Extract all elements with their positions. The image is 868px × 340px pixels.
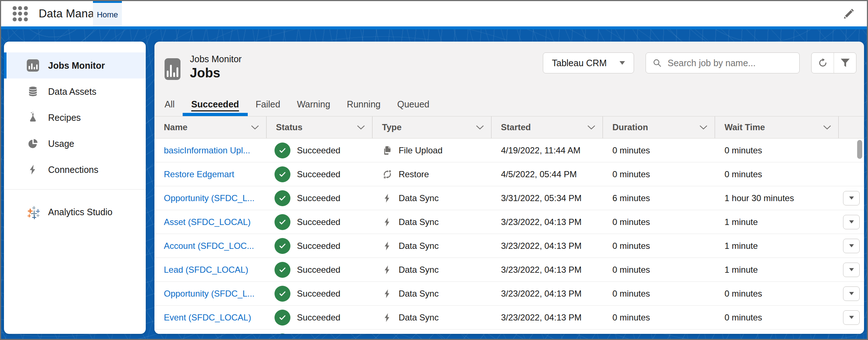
row-actions-button[interactable] [843,191,860,205]
sidebar-item-jobs-monitor[interactable]: Jobs Monitor [4,52,146,78]
column-header-started[interactable]: Started [492,116,603,138]
tab-queued[interactable]: Queued [397,92,429,116]
column-label: Started [501,122,531,132]
check-icon [278,242,287,250]
lightning-icon [26,163,39,176]
triangle-down-icon [849,220,854,224]
sidebar-item-connections[interactable]: Connections [4,157,146,183]
status-success-badge [275,262,290,278]
column-label: Duration [612,122,648,132]
table-row [154,330,864,334]
triangle-down-icon [849,244,854,247]
cell-actions [839,330,864,334]
filter-icon [840,58,850,68]
column-header-type[interactable]: Type [373,116,492,138]
cell-status: Succeeded [267,282,373,305]
job-name-link[interactable]: Opportunity (SFDC_L... [164,289,255,299]
type-label: File Upload [399,145,442,156]
cell-status: Succeeded [267,210,373,234]
column-header-wait-time[interactable]: Wait Time [715,116,839,138]
type-label: Data Sync [399,241,439,251]
tab-failed[interactable]: Failed [256,92,280,116]
cell-type: Data Sync [373,186,492,210]
job-name-link[interactable]: Lead (SFDC_LOCAL) [164,265,248,275]
table-row: basicInformation Upl...SucceededFile Upl… [154,139,864,162]
cell-duration: 0 minutes [603,306,715,329]
page-eyebrow: Jobs Monitor [190,54,242,64]
app-launcher-icon[interactable] [12,5,29,22]
cell-wait-time [715,330,839,334]
job-name-link[interactable]: basicInformation Upl... [164,145,250,156]
chevron-down-icon[interactable] [699,125,707,129]
tab-running[interactable]: Running [347,92,380,116]
status-success-badge [275,238,290,254]
job-name-link[interactable]: Restore Edgemart [164,169,234,179]
search-input[interactable] [667,58,793,69]
status-success-badge [275,166,290,182]
cell-type: Data Sync [373,258,492,281]
app-selector-dropdown[interactable]: Tableau CRM [543,52,634,73]
sidebar-item-usage[interactable]: Usage [4,131,146,157]
job-name-link[interactable]: Opportunity (SFDC_L... [164,193,255,203]
sidebar-item-label: Connections [48,165,98,175]
cell-type: Data Sync [373,234,492,258]
cell-started: 3/31/2022, 05:34 PM [492,186,603,210]
row-actions-button[interactable] [843,263,860,277]
job-name-link[interactable]: Event (SFDC_LOCAL) [164,313,251,323]
row-actions-button[interactable] [843,286,860,301]
tab-home[interactable]: Home [93,1,122,26]
sidebar-item-recipes[interactable]: Recipes [4,105,146,131]
chevron-down-icon[interactable] [357,125,365,129]
cell-actions [839,234,864,258]
refresh-button[interactable] [812,53,834,73]
scrollbar-thumb[interactable] [857,140,862,159]
triangle-down-icon [849,316,854,319]
file-upload-icon [382,145,393,156]
column-header-name[interactable]: Name [154,116,267,138]
cell-actions [839,258,864,281]
cell-duration: 0 minutes [603,210,715,234]
cell-status: Succeeded [267,234,373,258]
tab-all[interactable]: All [165,92,175,116]
row-actions-button[interactable] [843,215,860,229]
cell-started: 4/5/2022, 05:44 PM [492,162,603,186]
cell-status [267,330,373,334]
job-search [646,52,800,73]
cell-name: Opportunity (SFDC_L... [154,186,267,210]
status-success-badge [275,286,290,302]
row-actions-button[interactable] [843,310,860,325]
filter-button[interactable] [834,53,856,73]
job-name-link[interactable]: Account (SFDC_LOC... [164,241,254,251]
cell-wait-time: 0 minutes [715,139,839,162]
table-row: Opportunity (SFDC_L...SucceededData Sync… [154,282,864,306]
chevron-down-icon[interactable] [251,125,259,129]
global-header: Data Manager Home [1,1,867,26]
column-header-status[interactable]: Status [267,116,373,138]
tab-succeeded[interactable]: Succeeded [191,92,239,116]
row-actions-button[interactable] [843,239,860,253]
cell-status: Succeeded [267,306,373,329]
chevron-down-icon[interactable] [476,125,484,129]
cell-status: Succeeded [267,258,373,281]
status-label: Succeeded [297,217,340,227]
status-label: Succeeded [297,265,340,275]
data-sync-icon [382,217,393,228]
chevron-down-icon[interactable] [823,125,831,129]
job-name-link[interactable]: Asset (SFDC_LOCAL) [164,217,251,227]
brand-accent-bar [1,26,867,29]
status-label: Succeeded [297,241,340,251]
cell-wait-time: 0 minutes [715,282,839,305]
cell-type: Data Sync [373,282,492,305]
sidebar-item-data-assets[interactable]: Data Assets [4,78,146,105]
cell-duration: 0 minutes [603,282,715,305]
status-label: Succeeded [297,169,340,179]
tab-warning[interactable]: Warning [297,92,330,116]
edit-pencil-icon[interactable] [843,8,855,20]
cell-wait-time: 1 minute [715,258,839,281]
check-icon [278,218,287,226]
chevron-down-icon[interactable] [587,125,595,129]
column-header-duration[interactable]: Duration [603,116,715,138]
status-success-badge [275,310,290,326]
table-row: Account (SFDC_LOC...SucceededData Sync3/… [154,234,864,258]
sidebar-item-analytics-studio[interactable]: Analytics Studio [4,199,146,225]
